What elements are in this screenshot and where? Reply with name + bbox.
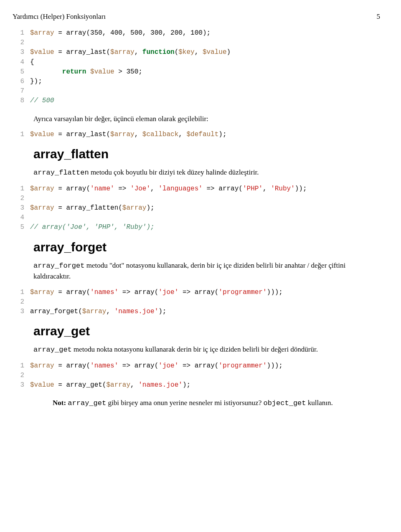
- line-number: 5: [13, 67, 30, 77]
- paragraph-forget: array_forget metodu "dot" notasyonu kull…: [33, 260, 380, 282]
- line-number: 3: [13, 48, 30, 57]
- code-content: array_forget($array, 'names.joe');: [30, 307, 380, 317]
- paragraph-flatten: array_flatten metodu çok boyutlu bir diz…: [33, 167, 380, 178]
- paragraph-get: array_get metodu nokta notasyonu kullana…: [33, 344, 380, 355]
- code-line: 5// array('Joe', 'PHP', 'Ruby');: [13, 223, 380, 232]
- code-line: 2: [13, 38, 380, 48]
- page-header: Yardımcı (Helper) Fonksiyonları 5: [13, 13, 380, 21]
- code-content: $value = array_last($array, function($ke…: [30, 48, 380, 57]
- code-line: 3array_forget($array, 'names.joe');: [13, 307, 380, 317]
- code-line: 7: [13, 86, 380, 96]
- code-block-1: 1$array = array(350, 400, 500, 300, 200,…: [13, 28, 380, 106]
- code-line: 1$array = array(350, 400, 500, 300, 200,…: [13, 28, 380, 38]
- line-number: 5: [13, 223, 30, 232]
- paragraph-default: Ayrıca varsayılan bir değer, üçüncü elem…: [33, 114, 380, 124]
- code-content: [30, 38, 380, 48]
- code-content: [30, 194, 380, 203]
- code-line: 2: [13, 194, 380, 203]
- line-number: 3: [13, 203, 30, 213]
- line-number: 3: [13, 380, 30, 390]
- line-number: 1: [13, 361, 30, 371]
- inline-code: array_flatten: [33, 169, 89, 177]
- line-number: 1: [13, 184, 30, 194]
- inline-code: object_get: [263, 399, 306, 407]
- code-content: $array = array(350, 400, 500, 300, 200, …: [30, 28, 380, 38]
- line-number: 1: [13, 28, 30, 38]
- line-number: 8: [13, 96, 30, 106]
- line-number: 2: [13, 38, 30, 48]
- code-content: // 500: [30, 96, 380, 106]
- code-content: $array = array('names' => array('joe' =>…: [30, 361, 380, 371]
- code-content: [30, 297, 380, 307]
- code-line: 4{: [13, 58, 380, 67]
- header-title: Yardımcı (Helper) Fonksiyonları: [13, 13, 106, 21]
- line-number: 7: [13, 86, 30, 96]
- line-number: 3: [13, 307, 30, 317]
- code-line: 3$value = array_get($array, 'names.joe')…: [13, 380, 380, 390]
- inline-code: array_get: [68, 399, 106, 407]
- text: gibi birşey ama onun yerine nesneler mi …: [106, 399, 263, 407]
- code-content: return $value > 350;: [30, 67, 380, 77]
- code-line: 3$array = array_flatten($array);: [13, 203, 380, 213]
- code-line: 1$array = array('names' => array('joe' =…: [13, 288, 380, 297]
- line-number: 4: [13, 213, 30, 223]
- line-number: 1: [13, 130, 30, 139]
- code-line: 2: [13, 297, 380, 307]
- code-line: 1$array = array('name' => 'Joe', 'langua…: [13, 184, 380, 194]
- note-label: Not:: [53, 399, 66, 407]
- text: kullanın.: [306, 399, 333, 407]
- code-line: 3$value = array_last($array, function($k…: [13, 48, 380, 57]
- heading-array-get: array_get: [33, 324, 380, 338]
- line-number: 2: [13, 297, 30, 307]
- inline-code: array_forget: [33, 262, 84, 270]
- code-content: $value = array_last($array, $callback, $…: [30, 130, 380, 139]
- code-content: [30, 213, 380, 223]
- heading-array-flatten: array_flatten: [33, 147, 380, 161]
- inline-code: array_get: [33, 346, 72, 354]
- text: metodu çok boyutlu bir diziyi tek düzey …: [89, 168, 259, 176]
- code-line: 2: [13, 371, 380, 380]
- code-content: $array = array('names' => array('joe' =>…: [30, 288, 380, 297]
- code-block-5: 1$array = array('names' => array('joe' =…: [13, 361, 380, 390]
- code-content: $array = array('name' => 'Joe', 'languag…: [30, 184, 380, 194]
- page-number: 5: [377, 13, 381, 21]
- code-block-4: 1$array = array('names' => array('joe' =…: [13, 288, 380, 317]
- code-content: });: [30, 77, 380, 86]
- code-line: 1$value = array_last($array, $callback, …: [13, 130, 380, 139]
- code-line: 4: [13, 213, 380, 223]
- line-number: 6: [13, 77, 30, 86]
- text: metodu nokta notasyonu kullanarak derin …: [72, 345, 318, 353]
- code-line: 1$array = array('names' => array('joe' =…: [13, 361, 380, 371]
- heading-array-forget: array_forget: [33, 240, 380, 254]
- code-content: [30, 371, 380, 380]
- line-number: 4: [13, 58, 30, 67]
- code-line: 8// 500: [13, 96, 380, 106]
- code-content: [30, 86, 380, 96]
- code-content: $value = array_get($array, 'names.joe');: [30, 380, 380, 390]
- code-content: // array('Joe', 'PHP', 'Ruby');: [30, 223, 380, 232]
- code-content: $array = array_flatten($array);: [30, 203, 380, 213]
- line-number: 2: [13, 371, 30, 380]
- code-block-3: 1$array = array('name' => 'Joe', 'langua…: [13, 184, 380, 233]
- line-number: 2: [13, 194, 30, 203]
- code-line: 6});: [13, 77, 380, 86]
- code-content: {: [30, 58, 380, 67]
- code-block-2: 1$value = array_last($array, $callback, …: [13, 130, 380, 139]
- code-line: 5 return $value > 350;: [13, 67, 380, 77]
- line-number: 1: [13, 288, 30, 297]
- note-paragraph: Not: array_get gibi birşey ama onun yeri…: [53, 398, 376, 409]
